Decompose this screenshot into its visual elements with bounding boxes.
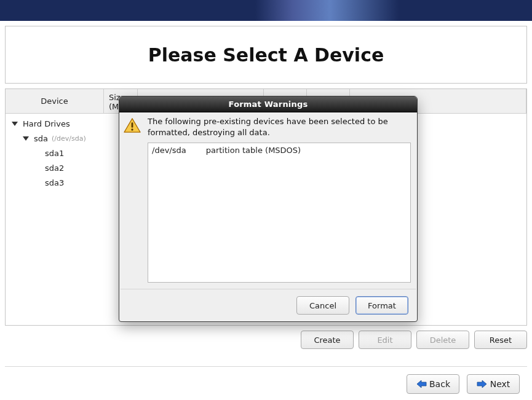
cancel-button[interactable]: Cancel [296,296,349,315]
nav-row: Back Next [5,374,520,394]
device-desc: partition table (MSDOS) [206,146,301,155]
arrow-left-icon [416,380,427,388]
back-button[interactable]: Back [407,374,459,394]
dialog-message: The following pre-existing devices have … [148,116,411,138]
dialog-device-list[interactable]: /dev/sda partition table (MSDOS) [148,143,411,283]
device-path: /dev/sda [152,146,186,155]
action-row: Create Edit Delete Reset [5,331,527,349]
create-button[interactable]: Create [301,331,354,349]
chevron-down-icon[interactable] [23,136,29,141]
separator [5,366,527,367]
reset-button[interactable]: Reset [474,331,527,349]
title-panel: Please Select A Device [5,26,527,84]
next-label: Next [490,379,510,389]
chevron-down-icon[interactable] [12,122,18,126]
next-button[interactable]: Next [467,374,520,394]
tree-label: sda3 [45,178,64,187]
dialog-body: The following pre-existing devices have … [119,112,417,289]
dialog-buttons: Cancel Format [119,289,417,321]
delete-button: Delete [416,331,469,349]
format-button[interactable]: Format [355,296,408,315]
back-label: Back [429,379,450,389]
tree-label: sda2 [45,163,64,173]
svg-point-1 [131,128,133,130]
top-banner [0,0,532,21]
list-item[interactable]: /dev/sda partition table (MSDOS) [152,146,407,155]
page-title: Please Select A Device [148,44,384,66]
dialog-title: Format Warnings [119,96,417,112]
svg-rect-0 [132,122,133,127]
format-warnings-dialog: Format Warnings The following pre-existi… [119,96,418,322]
tree-sublabel: (/dev/sda) [52,135,86,143]
tree-label: Hard Drives [23,119,70,128]
col-header-device[interactable]: Device [6,89,104,113]
edit-button: Edit [359,331,411,349]
tree-label: sda1 [45,149,64,158]
arrow-right-icon [477,380,488,388]
warning-icon [123,117,141,133]
tree-label: sda [34,134,48,143]
